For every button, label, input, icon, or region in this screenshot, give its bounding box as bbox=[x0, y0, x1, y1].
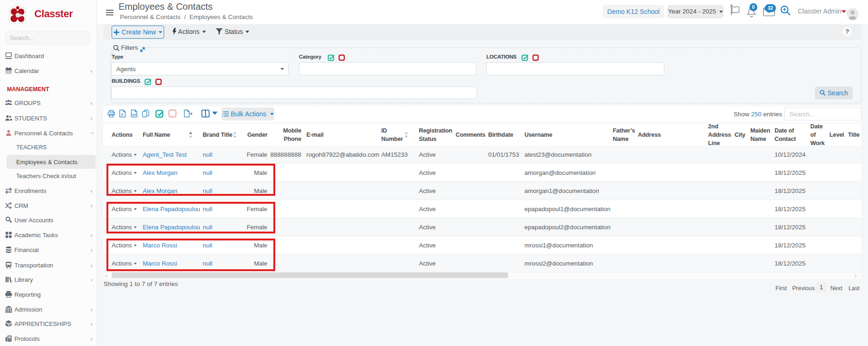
svg-text:PDF: PDF bbox=[132, 113, 137, 116]
svg-text:X: X bbox=[121, 113, 123, 117]
